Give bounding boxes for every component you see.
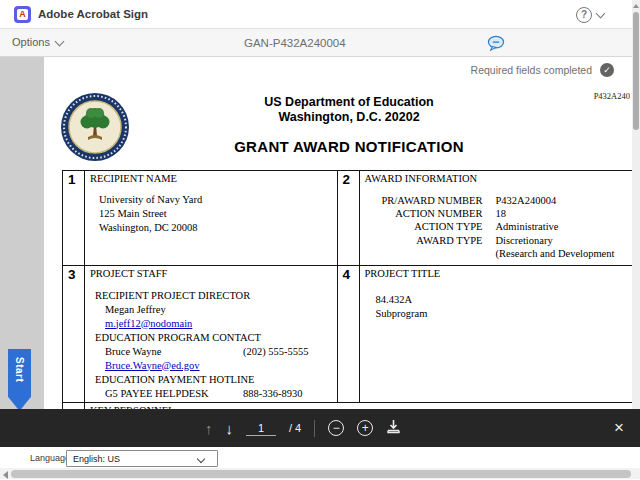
project-title-lines: 84.432A Subprogram bbox=[376, 293, 428, 321]
footer: Language English: US bbox=[0, 447, 640, 480]
help-menu[interactable]: ? bbox=[576, 7, 604, 23]
zoom-in-button[interactable]: + bbox=[357, 420, 373, 436]
box-number-column: 2 bbox=[338, 171, 360, 265]
staff-role: RECIPIENT PROJECT DIRECTOR bbox=[95, 289, 333, 303]
vertical-scrollbar-thumb[interactable] bbox=[633, 12, 639, 130]
box-number-column: 3 bbox=[63, 266, 85, 403]
email-link[interactable]: Bruce.Wayne@ed.gov bbox=[105, 360, 200, 371]
document-viewport[interactable]: Required fields completed ✓ P432A240 US … bbox=[0, 57, 632, 447]
adobe-acrobat-logo-icon: A bbox=[14, 6, 31, 23]
toolbar-divider bbox=[314, 420, 315, 437]
help-icon[interactable]: ? bbox=[576, 7, 592, 23]
box2-label: AWARD INFORMATION bbox=[365, 173, 478, 184]
start-tab-label: Start bbox=[14, 357, 25, 382]
acrobat-sign-window: A Adobe Acrobat Sign ? Options GAN-P432A… bbox=[0, 0, 640, 480]
document-title: GAN-P432A240004 bbox=[244, 37, 346, 49]
page-total: / 4 bbox=[289, 422, 301, 434]
language-label: Language bbox=[30, 453, 70, 463]
org-line1: US Department of Education bbox=[164, 95, 534, 110]
chevron-down-icon[interactable] bbox=[596, 9, 606, 19]
staff-email: m.jeff12@nodomain bbox=[95, 317, 333, 331]
download-icon bbox=[386, 419, 401, 434]
document-heading: US Department of Education Washington, D… bbox=[164, 95, 534, 155]
required-fields-text: Required fields completed bbox=[471, 64, 592, 76]
box3-label: PROJECT STAFF bbox=[90, 268, 167, 279]
box4-label: PROJECT TITLE bbox=[365, 268, 441, 279]
vertical-scrollbar[interactable] bbox=[632, 0, 640, 409]
org-line2: Washington, D.C. 20202 bbox=[164, 110, 534, 125]
staff-name-line: Bruce Wayne (202) 555-5555 bbox=[95, 345, 333, 359]
chevron-down-icon bbox=[54, 36, 64, 46]
notification-title: GRANT AWARD NOTIFICATION bbox=[164, 138, 534, 155]
scroll-left-icon[interactable] bbox=[3, 471, 8, 479]
department-of-education-seal bbox=[60, 92, 130, 162]
box1-label: RECIPIENT NAME bbox=[90, 173, 177, 184]
options-button[interactable]: Options bbox=[12, 36, 63, 48]
box-recipient-name: 1 RECIPIENT NAME University of Navy Yard… bbox=[62, 170, 338, 266]
horizontal-scrollbar[interactable] bbox=[0, 468, 640, 479]
box-project-staff: 3 PROJECT STAFF RECIPIENT PROJECT DIRECT… bbox=[62, 265, 338, 404]
award-fields: PR/AWARD NUMBERP432A240004 ACTION NUMBER… bbox=[365, 194, 615, 260]
close-toolbar-button[interactable]: × bbox=[608, 417, 630, 439]
email-link[interactable]: m.jeff12@nodomain bbox=[105, 318, 192, 329]
page-corner-code: P432A240 bbox=[594, 91, 630, 101]
staff-list: RECIPIENT PROJECT DIRECTOR Megan Jeffrey… bbox=[95, 289, 333, 415]
comment-bubble-icon[interactable] bbox=[487, 35, 505, 51]
check-circle-icon: ✓ bbox=[600, 63, 614, 77]
pdf-toolbar: ↑ ↓ / 4 − + × bbox=[0, 409, 640, 447]
language-select[interactable]: English: US bbox=[66, 450, 218, 467]
staff-email: Bruce.Wayne@ed.gov bbox=[95, 359, 333, 373]
staff-role: EDUCATION PAYMENT HOTLINE bbox=[95, 373, 333, 387]
staff-name-line: G5 PAYEE HELPDESK 888-336-8930 bbox=[95, 387, 333, 401]
previous-page-button[interactable]: ↑ bbox=[205, 420, 213, 437]
zoom-out-button[interactable]: − bbox=[328, 420, 344, 436]
box-project-title: 4 PROJECT TITLE 84.432A Subprogram bbox=[337, 265, 633, 404]
download-button[interactable] bbox=[386, 419, 401, 437]
staff-name-line: Megan Jeffrey bbox=[95, 303, 333, 317]
staff-role: EDUCATION PROGRAM CONTACT bbox=[95, 331, 333, 345]
scroll-up-icon[interactable] bbox=[633, 4, 639, 8]
app-title: Adobe Acrobat Sign bbox=[38, 8, 148, 20]
box-number-column: 4 bbox=[338, 266, 360, 403]
horizontal-scrollbar-thumb[interactable] bbox=[11, 470, 631, 478]
options-label: Options bbox=[12, 36, 50, 48]
options-bar: Options GAN-P432A240004 bbox=[0, 29, 632, 57]
next-page-button[interactable]: ↓ bbox=[226, 420, 234, 437]
box-award-information: 2 AWARD INFORMATION PR/AWARD NUMBERP432A… bbox=[337, 170, 633, 266]
app-header: A Adobe Acrobat Sign ? bbox=[0, 0, 640, 29]
recipient-address: University of Navy Yard 125 Main Street … bbox=[99, 193, 202, 235]
required-fields-status: Required fields completed ✓ bbox=[471, 63, 614, 77]
page-number-input[interactable] bbox=[246, 421, 276, 436]
pdf-page: Required fields completed ✓ P432A240 US … bbox=[44, 57, 632, 447]
box-number-column: 1 bbox=[63, 171, 85, 265]
pdf-toolbar-controls: ↑ ↓ / 4 − + bbox=[205, 409, 401, 447]
